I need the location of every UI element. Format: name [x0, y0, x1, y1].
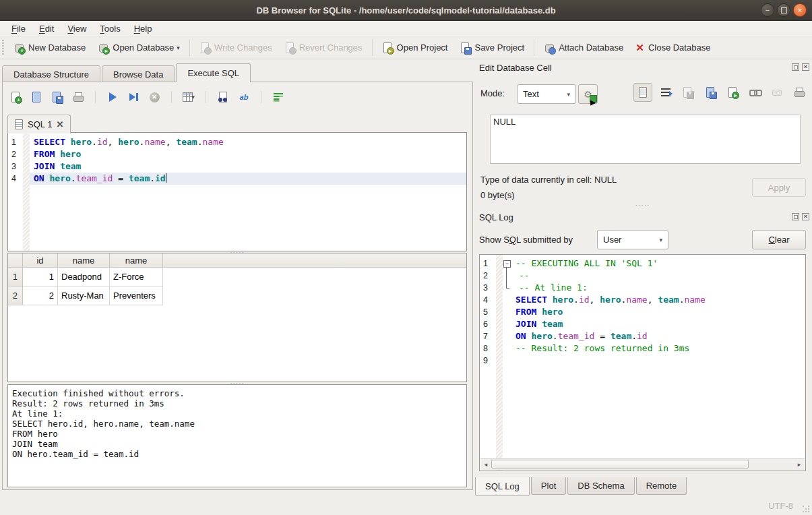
close-button[interactable]: × — [793, 3, 807, 17]
scroll-left-icon[interactable]: ◂ — [480, 459, 491, 469]
float-dock-icon[interactable] — [792, 63, 799, 71]
open-database-dropdown-icon[interactable]: ▾ — [177, 44, 180, 51]
close-icon: × — [798, 6, 802, 14]
open-project-button[interactable]: ▸ Open Project — [376, 40, 454, 56]
log-filter-select[interactable]: User ▾ — [597, 230, 668, 249]
sql-editor[interactable]: 1SELECT hero.id, hero.name, team.name2FR… — [7, 132, 467, 251]
code-line: 4SELECT hero.id, hero.name, team.name — [480, 294, 805, 306]
minimize-button[interactable]: − — [761, 3, 774, 17]
menu-view[interactable]: View — [61, 22, 92, 35]
cell-id[interactable]: 1 — [23, 268, 58, 286]
cell-size-info: 0 byte(s) — [480, 190, 515, 200]
menu-help[interactable]: Help — [128, 22, 158, 35]
maximize-button[interactable] — [777, 3, 790, 17]
fold-marker-icon[interactable]: − — [503, 258, 511, 270]
set-null-button[interactable] — [768, 84, 786, 100]
format-sql-button[interactable] — [271, 90, 286, 104]
code-line: 8-- Result: 2 rows returned in 3ms — [480, 342, 805, 355]
import-cell-data-button[interactable]: ▾ — [679, 84, 697, 100]
tab-db-schema[interactable]: DB Schema — [567, 477, 634, 495]
tab-sql-log[interactable]: SQL Log — [475, 477, 530, 496]
minimize-icon: − — [766, 6, 770, 14]
open-sql-file-button[interactable] — [29, 90, 44, 104]
titlebar[interactable]: DB Browser for SQLite - /home/user/code/… — [0, 0, 812, 21]
execute-all-button[interactable] — [105, 90, 120, 104]
cell-id[interactable]: 2 — [23, 286, 58, 305]
word-wrap-button[interactable] — [657, 84, 675, 100]
cell-log-splitter[interactable]: ····· — [479, 204, 806, 207]
tab-execute-sql[interactable]: Execute SQL — [176, 63, 251, 82]
tab-remote[interactable]: Remote — [636, 477, 687, 495]
code-line: 9 — [480, 355, 805, 367]
write-changes-button[interactable]: Write Changes — [193, 40, 278, 56]
attach-database-button[interactable]: Attach Database — [538, 40, 629, 56]
tab-browse-data[interactable]: Browse Data — [102, 65, 175, 83]
tab-plot[interactable]: Plot — [531, 477, 566, 495]
find-button[interactable] — [216, 90, 230, 104]
row-header[interactable]: 2 — [8, 286, 23, 305]
cell-hero-name[interactable]: Rusty-Man — [58, 286, 110, 305]
main-toolbar: + New Database ▸ Open Database ▾ Write C… — [0, 36, 812, 59]
menu-edit[interactable]: Edit — [33, 22, 60, 35]
row-header[interactable]: 1 — [8, 268, 23, 286]
sql-log-view: ◂ ▸ 1−-- EXECUTING ALL IN 'SQL 1'2--3-- … — [479, 254, 806, 471]
new-database-button[interactable]: + New Database — [7, 40, 92, 56]
revert-changes-button[interactable]: Revert Changes — [278, 40, 369, 56]
close-dock-icon[interactable]: × — [802, 213, 809, 220]
apply-button[interactable]: Apply — [752, 178, 806, 197]
results-grid: id name name 1 1 Deadpond Z-Force 2 2 Ru… — [7, 253, 467, 382]
print-cell-button[interactable] — [790, 84, 808, 100]
new-sql-tab-button[interactable]: + — [8, 90, 23, 104]
cell-hero-name[interactable]: Deadpond — [58, 268, 110, 286]
results-column-header[interactable]: id — [23, 253, 58, 268]
code-line: 1−-- EXECUTING ALL IN 'SQL 1' — [480, 258, 805, 270]
stop-execution-button[interactable]: ✕ — [147, 90, 162, 104]
clear-log-button[interactable]: Clear — [752, 230, 806, 249]
bottom-dock-tab-bar: SQL Log Plot DB Schema Remote — [475, 477, 688, 496]
maximize-icon — [781, 7, 787, 13]
import-icon — [682, 87, 693, 98]
results-corner-cell[interactable] — [8, 253, 23, 268]
text-document-icon — [637, 87, 648, 98]
text-mode-button[interactable] — [633, 83, 652, 102]
cell-team-name[interactable]: Preventers — [110, 286, 163, 305]
open-in-external-button[interactable]: ▸ — [724, 84, 741, 100]
link-icon — [749, 89, 760, 96]
save-sql-file-button[interactable]: ▾ — [50, 90, 65, 104]
find-replace-button[interactable]: ab — [237, 90, 251, 104]
execute-current-line-button[interactable] — [126, 90, 141, 104]
save-project-button[interactable]: Save Project — [454, 40, 530, 56]
toolbar-drag-handle[interactable] — [2, 40, 4, 56]
cell-team-name[interactable]: Z-Force — [110, 268, 163, 286]
export-cell-data-button[interactable] — [701, 84, 719, 100]
print-sql-button[interactable] — [71, 90, 86, 104]
new-sql-tab-icon: + — [10, 92, 21, 102]
word-wrap-icon — [661, 88, 670, 96]
save-results-button[interactable]: ▾ — [181, 90, 196, 104]
menu-file[interactable]: File — [5, 22, 32, 35]
log-horizontal-scrollbar[interactable]: ◂ ▸ — [480, 458, 805, 470]
results-column-header[interactable]: name — [110, 253, 163, 268]
close-database-button[interactable]: ✕ Close Database — [629, 40, 716, 56]
float-dock-icon[interactable] — [792, 213, 799, 220]
open-sql-file-icon — [31, 92, 42, 102]
cell-value-editor[interactable]: NULL — [490, 115, 801, 164]
open-database-button[interactable]: ▸ Open Database ▾ — [92, 40, 186, 56]
sql-toolbar-separator — [95, 91, 96, 103]
sql-document-tab[interactable]: SQL 1 ✕ — [7, 115, 71, 133]
resize-grip[interactable] — [802, 505, 810, 513]
open-external-icon: ▸ — [727, 87, 738, 98]
menu-tools[interactable]: Tools — [94, 22, 126, 35]
mode-select[interactable]: Text ▾ — [517, 84, 576, 104]
scroll-right-icon[interactable]: ▸ — [794, 459, 805, 469]
close-sql-tab-icon[interactable]: ✕ — [56, 119, 63, 129]
tab-database-structure[interactable]: Database Structure — [2, 65, 100, 83]
set-as-link-button[interactable] — [746, 84, 763, 100]
save-project-icon — [460, 42, 470, 53]
app-window: DB Browser for SQLite - /home/user/code/… — [0, 0, 812, 515]
replace-icon: ab — [240, 93, 249, 101]
auto-apply-button[interactable]: ⚙ ▸ — [578, 84, 598, 104]
results-column-header[interactable]: name — [58, 253, 110, 268]
close-dock-icon[interactable]: × — [802, 63, 809, 71]
scrollbar-thumb[interactable] — [491, 460, 749, 468]
